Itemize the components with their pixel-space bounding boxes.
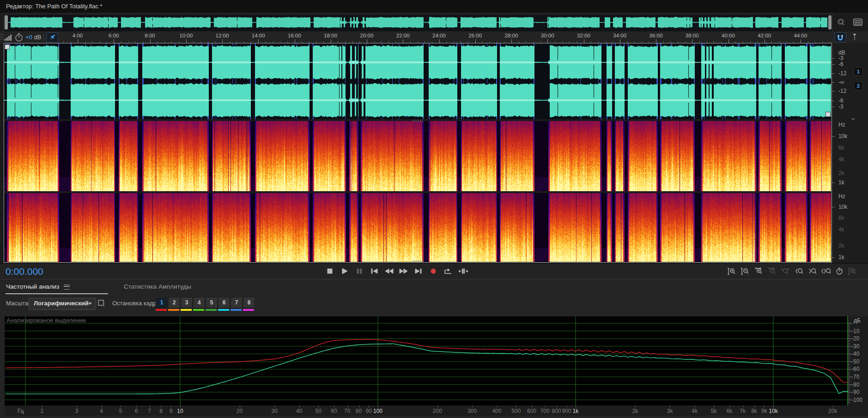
- marker-button[interactable]: [849, 32, 860, 42]
- tab-frequency-analysis[interactable]: Частотный анализ: [6, 283, 70, 290]
- zoom-in-horizontal-button[interactable]: [752, 266, 765, 276]
- scale-dropdown[interactable]: Логарифмический: [29, 298, 96, 310]
- loop-playback-button[interactable]: [441, 266, 455, 276]
- ruler-tick: [490, 41, 490, 43]
- ruler-tick: [699, 41, 700, 43]
- current-time-display[interactable]: 0:00.000: [6, 266, 43, 277]
- snap-button[interactable]: [834, 32, 846, 42]
- x-axis-tick: [369, 406, 369, 407]
- ruler-tick: [258, 39, 259, 43]
- ruler-time-label: 18:00: [324, 33, 337, 38]
- skip-to-end-button[interactable]: [411, 266, 426, 276]
- frame-hold-color-bar: [168, 309, 179, 311]
- panel-grip-icon[interactable]: [0, 33, 4, 42]
- zoom-full-button[interactable]: [846, 266, 859, 276]
- frame-hold-button-8[interactable]: 8: [243, 297, 255, 308]
- chart-y-axis: дБ -10-20-30-40-50-60-70-80-90-100: [848, 316, 868, 416]
- ruler-tick: [432, 41, 432, 43]
- ruler-tick: [475, 39, 476, 43]
- frame-hold-button-5[interactable]: 5: [206, 297, 218, 308]
- stop-button[interactable]: [322, 266, 337, 276]
- ruler-time-label: 34:00: [613, 33, 626, 38]
- selection-handle-right[interactable]: [826, 112, 831, 117]
- ruler-tick: [396, 41, 396, 43]
- x-axis-label: 80: [356, 408, 362, 414]
- record-button[interactable]: [426, 266, 441, 276]
- ruler-tick: [562, 41, 563, 43]
- overview-left-handle[interactable]: [5, 15, 8, 30]
- selection-handle-top-left[interactable]: [5, 44, 10, 49]
- gain-indicator[interactable]: +0 dB: [25, 34, 41, 41]
- swap-markers-button[interactable]: [455, 266, 470, 276]
- x-axis-tick: [136, 406, 137, 407]
- frame-hold-button-7[interactable]: 7: [231, 297, 243, 308]
- x-axis-label: 5k: [711, 408, 717, 414]
- pin-button[interactable]: [46, 32, 58, 42]
- zoom-reset-button[interactable]: [779, 266, 792, 276]
- copy-frame-icon[interactable]: [97, 299, 106, 310]
- divider-triangle-icon[interactable]: [851, 118, 855, 121]
- zoom-in-vertical-button[interactable]: [725, 266, 739, 276]
- ruler-time-label: 38:00: [686, 33, 699, 38]
- x-axis-label: 800: [552, 408, 561, 414]
- frame-hold-4: 4: [193, 297, 204, 311]
- ruler-tick: [793, 41, 794, 43]
- wave-spec-divider-grip[interactable]: [413, 120, 423, 122]
- spectrogram-channel-1[interactable]: [4, 121, 831, 191]
- spec2-hz-tick: [832, 257, 835, 258]
- overview-strip[interactable]: [4, 14, 832, 32]
- frame-hold-button-2[interactable]: 2: [168, 297, 180, 308]
- levels-icon[interactable]: [4, 34, 13, 41]
- timer-button[interactable]: [832, 266, 846, 276]
- waveform-display[interactable]: [4, 43, 831, 119]
- zoom-to-out-point-button[interactable]: [806, 266, 819, 276]
- bottom-divider-grip[interactable]: [413, 260, 423, 262]
- menu-list-icon[interactable]: [852, 17, 864, 28]
- y-axis-label: -10: [851, 328, 859, 334]
- x-axis-label: 40: [296, 408, 302, 414]
- ruler-tick: [830, 41, 830, 43]
- x-axis-label: 4k: [692, 408, 698, 414]
- zoom-out-horizontal-button[interactable]: [765, 266, 779, 276]
- frame-hold-button-1[interactable]: 1: [156, 297, 168, 308]
- channel-button-1[interactable]: 1: [854, 67, 863, 76]
- spec1-hz-label: 10k: [838, 133, 847, 139]
- tab-menu-icon[interactable]: [64, 285, 70, 290]
- time-ruler[interactable]: +0 dB 4:006:008:0010:0012:0014:0016:0018…: [0, 31, 868, 43]
- ruler-tick: [418, 41, 418, 43]
- frame-hold-button-6[interactable]: 6: [218, 297, 230, 308]
- ruler-time-label: 8:00: [145, 33, 155, 38]
- zoom-to-selection-button[interactable]: [819, 266, 832, 276]
- y-axis-label: -40: [851, 351, 859, 357]
- overview-waveform[interactable]: [8, 15, 827, 30]
- wave-db-tick: [832, 91, 835, 91]
- ruler-tick: [323, 41, 324, 43]
- x-axis-label: 9: [170, 408, 173, 414]
- frequency-chart[interactable]: Анализированое выделение: [5, 316, 848, 406]
- pin-icon: [49, 34, 56, 41]
- zoom-out-vertical-button[interactable]: [739, 266, 752, 276]
- skip-to-start-button[interactable]: [367, 266, 382, 276]
- fast-forward-button[interactable]: [396, 266, 411, 276]
- zoom-settings-icon[interactable]: [835, 17, 847, 28]
- x-axis-tick: [557, 406, 557, 407]
- clock-icon[interactable]: [14, 33, 24, 42]
- pause-button[interactable]: [352, 266, 367, 276]
- magnet-icon: [837, 34, 844, 41]
- x-axis-tick: [240, 406, 240, 407]
- zoom-to-in-point-button[interactable]: [792, 266, 806, 276]
- spectrogram-channel-2[interactable]: [4, 193, 831, 262]
- overview-right-handle[interactable]: [828, 15, 832, 30]
- x-axis-tick: [334, 406, 334, 407]
- ruler-tick: [519, 41, 519, 43]
- ruler-tick: [128, 41, 129, 43]
- frame-hold-button-4[interactable]: 4: [193, 297, 205, 308]
- ruler-time-label: 32:00: [577, 33, 590, 38]
- rewind-button[interactable]: [382, 266, 396, 276]
- tab-amplitude-statistics[interactable]: Статистика Амплитуды: [124, 283, 191, 290]
- channel-button-2[interactable]: 2: [854, 82, 863, 90]
- ruler-tick: [244, 41, 244, 43]
- play-button[interactable]: [337, 266, 352, 276]
- frame-hold-button-3[interactable]: 3: [181, 297, 193, 308]
- ruler-tick: [107, 41, 107, 43]
